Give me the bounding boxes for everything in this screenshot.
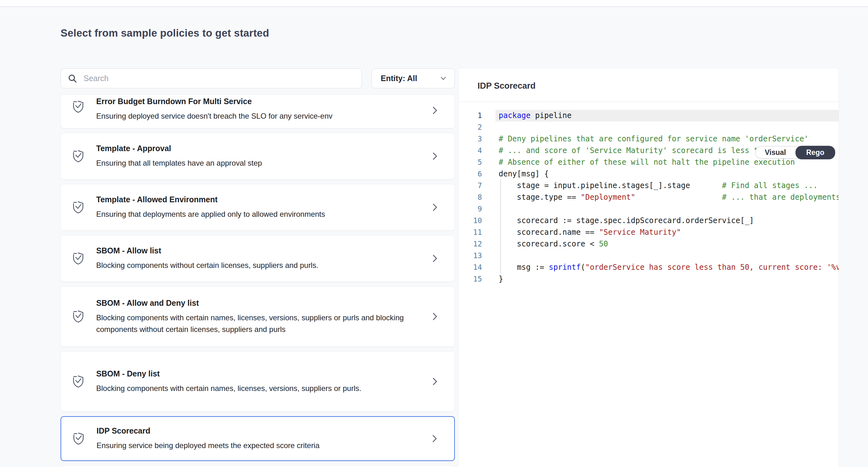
line-number: 2 [459, 121, 482, 133]
policy-description: Ensuring service being deployed meets th… [96, 440, 411, 451]
policy-title: Template - Approval [96, 144, 412, 153]
line-number: 5 [459, 156, 482, 168]
line-number: 11 [459, 227, 482, 238]
view-mode-toggle: Visual Rego [755, 146, 835, 159]
code-line: 6deny[msg] { [459, 168, 839, 180]
code-line: 2 [459, 121, 839, 133]
policy-shield-icon [71, 374, 85, 389]
policy-card-template-allowed-environment[interactable]: Template - Allowed Environment Ensuring … [61, 184, 455, 231]
policy-description: Ensuring that all templates have an appr… [96, 157, 412, 169]
line-number: 6 [459, 168, 482, 180]
code-line: 3# Deny pipelines that are configured fo… [459, 133, 839, 145]
code-line: 14 msg := sprintf("orderService has scor… [459, 262, 839, 273]
line-number: 13 [459, 250, 482, 262]
policy-shield-icon [71, 251, 85, 266]
line-number: 8 [459, 192, 482, 203]
line-number: 15 [459, 273, 482, 285]
policy-title: SBOM - Deny list [96, 369, 412, 378]
chevron-right-icon [431, 253, 439, 263]
search-icon [67, 73, 78, 84]
toggle-rego-button[interactable]: Rego [796, 146, 835, 159]
code-line: 15} [459, 273, 839, 285]
policy-card-error-budget-burndown[interactable]: Error Budget Burndown For Multi Service … [61, 94, 455, 128]
policy-card-partially-scrolled[interactable] [61, 465, 455, 467]
code-line: 12 scorecard.score < 50 [459, 238, 839, 250]
policy-card-sbom-deny-list[interactable]: SBOM - Deny list Blocking components wit… [61, 351, 455, 412]
top-app-bar [0, 0, 868, 7]
code-line: 13 [459, 250, 839, 262]
code-lines: 1package pipeline2 3# Deny pipelines tha… [459, 110, 839, 285]
entity-filter-dropdown[interactable]: Entity: All [372, 68, 455, 88]
policy-title: Error Budget Burndown For Multi Service [96, 96, 412, 106]
preview-header: IDP Scorecard [459, 68, 839, 102]
policy-description: Blocking components with certain names, … [96, 312, 412, 335]
policy-shield-icon [71, 309, 85, 324]
chevron-right-icon [431, 106, 439, 116]
policy-card-idp-scorecard-selected[interactable]: IDP Scorecard Ensuring service being dep… [61, 416, 455, 461]
policy-description: Blocking components with certain names, … [96, 382, 412, 394]
chevron-right-icon [431, 151, 439, 161]
entity-filter-label: Entity: All [381, 74, 417, 83]
line-number: 4 [459, 145, 482, 156]
chevron-right-icon [431, 376, 439, 386]
code-line: 1package pipeline [459, 110, 839, 121]
policy-list: Error Budget Burndown For Multi Service … [61, 94, 455, 467]
policy-title: SBOM - Allow list [96, 246, 412, 255]
policy-description: Ensuring deployed service doesn't breach… [96, 110, 412, 122]
code-line: 11 scorecard.name == "Service Maturity" [459, 227, 839, 238]
preview-title: IDP Scorecard [477, 81, 535, 91]
line-number: 14 [459, 262, 482, 273]
code-line: 10 scorecard := stage.spec.idpScorecard.… [459, 215, 839, 227]
indent-guide [500, 180, 501, 273]
code-editor[interactable]: Visual Rego 1package pipeline2 3# Deny p… [459, 102, 839, 467]
line-number: 9 [459, 203, 482, 215]
code-line: 9 [459, 203, 839, 215]
policy-description: Blocking components without certain lice… [96, 259, 412, 271]
chevron-down-icon [439, 74, 447, 83]
code-line: 8 stage.type == "Deployment" # ... that … [459, 192, 839, 203]
policy-card-template-approval[interactable]: Template - Approval Ensuring that all te… [61, 133, 455, 179]
policy-shield-icon [71, 200, 85, 215]
toggle-visual-button[interactable]: Visual [755, 146, 796, 159]
policy-preview-panel: IDP Scorecard Visual Rego 1package pipel… [458, 68, 839, 467]
search-box[interactable] [61, 68, 362, 88]
line-number: 10 [459, 215, 482, 227]
line-number: 7 [459, 180, 482, 192]
chevron-right-icon [431, 312, 439, 322]
line-number: 12 [459, 238, 482, 250]
policy-shield-icon [71, 149, 85, 164]
code-line: 7 stage = input.pipeline.stages[_].stage… [459, 180, 839, 192]
page-title: Select from sample policies to get start… [61, 27, 269, 39]
chevron-right-icon [430, 434, 439, 444]
policy-shield-icon [72, 431, 85, 446]
policy-title: SBOM - Allow and Deny list [96, 298, 412, 308]
chevron-right-icon [431, 202, 439, 212]
policy-title: IDP Scorecard [96, 426, 411, 435]
policy-shield-icon [71, 99, 85, 114]
policy-card-sbom-allow-list[interactable]: SBOM - Allow list Blocking components wi… [61, 235, 455, 282]
policy-description: Ensuring that deployments are applied on… [96, 208, 412, 220]
line-number: 3 [459, 133, 482, 145]
policy-card-sbom-allow-and-deny-list[interactable]: SBOM - Allow and Deny list Blocking comp… [61, 286, 455, 347]
policy-title: Template - Allowed Environment [96, 195, 412, 204]
line-number: 1 [459, 110, 482, 121]
search-input[interactable] [84, 74, 355, 83]
